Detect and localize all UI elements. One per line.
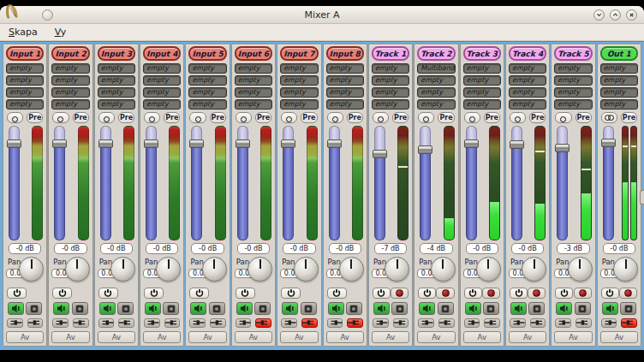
power-button[interactable]	[601, 288, 619, 299]
output-routing-button[interactable]	[575, 318, 592, 328]
mute-button[interactable]	[602, 302, 618, 315]
input-routing-button[interactable]	[144, 318, 160, 328]
channel-name-label[interactable]: Track 2	[417, 46, 455, 61]
pan-knob[interactable]	[156, 257, 181, 282]
resize-handle[interactable]	[640, 190, 644, 205]
automation-mode-button[interactable]: Av	[188, 331, 226, 343]
minimize-button[interactable]	[593, 9, 605, 21]
effect-slot[interactable]: empty	[98, 63, 135, 74]
effect-slot[interactable]: empty	[235, 87, 272, 98]
menu-vy[interactable]: Vy	[55, 27, 67, 38]
solo-button[interactable]	[26, 302, 42, 315]
pre-fader-toggle[interactable]: Pre	[392, 112, 408, 123]
effect-slot[interactable]: empty	[463, 87, 501, 98]
channel-name-label[interactable]: Input 6	[235, 46, 272, 61]
volume-fader[interactable]	[464, 126, 479, 240]
input-routing-button[interactable]	[601, 318, 617, 328]
pre-fader-toggle[interactable]: Pre	[347, 112, 363, 123]
pan-knob[interactable]	[247, 257, 272, 282]
effect-slot[interactable]: empty	[417, 75, 455, 86]
input-routing-button[interactable]	[7, 318, 23, 328]
pan-knob[interactable]	[19, 257, 44, 282]
pan-knob[interactable]	[385, 257, 409, 282]
effect-slot[interactable]: empty	[509, 75, 546, 86]
mono-stereo-toggle[interactable]	[236, 112, 252, 123]
effect-slot[interactable]: empty	[98, 99, 135, 110]
pan-knob[interactable]	[613, 257, 638, 282]
fader-handle[interactable]	[601, 139, 616, 147]
automation-mode-button[interactable]: Av	[143, 331, 181, 343]
effect-slot[interactable]: empty	[326, 63, 364, 74]
pan-knob[interactable]	[110, 257, 135, 282]
fader-handle[interactable]	[327, 139, 342, 148]
power-button[interactable]	[281, 288, 301, 299]
channel-name-label[interactable]: Track 1	[372, 46, 409, 61]
mono-stereo-toggle[interactable]	[418, 112, 434, 123]
mute-button[interactable]	[190, 302, 206, 315]
volume-fader[interactable]	[98, 126, 113, 240]
input-routing-button[interactable]	[52, 318, 69, 328]
input-routing-button[interactable]	[418, 318, 434, 328]
effect-slot[interactable]: empty	[6, 75, 44, 86]
pan-knob[interactable]	[202, 257, 227, 282]
volume-fader[interactable]	[601, 126, 616, 240]
mono-stereo-toggle[interactable]	[510, 112, 526, 123]
record-arm-button[interactable]	[436, 288, 454, 299]
effect-slot[interactable]: empty	[280, 75, 318, 86]
close-button[interactable]	[626, 9, 637, 21]
output-routing-button[interactable]	[118, 318, 134, 328]
gain-value[interactable]: -0 dB	[329, 243, 361, 254]
record-arm-button[interactable]	[574, 288, 592, 299]
gain-value[interactable]: -0 dB	[9, 243, 41, 254]
fader-handle[interactable]	[555, 144, 569, 152]
output-routing-button[interactable]	[347, 318, 363, 328]
effect-slot[interactable]: empty	[417, 99, 455, 110]
pre-fader-toggle[interactable]: Pre	[484, 112, 500, 123]
volume-fader[interactable]	[373, 126, 387, 240]
power-button[interactable]	[327, 288, 347, 299]
effect-slot[interactable]: empty	[6, 99, 44, 110]
automation-mode-button[interactable]: Av	[372, 331, 409, 343]
effect-slot[interactable]: empty	[372, 63, 409, 74]
effect-slot[interactable]: empty	[188, 63, 226, 74]
volume-fader[interactable]	[281, 126, 295, 240]
effect-slot[interactable]: empty	[417, 87, 455, 98]
fader-handle[interactable]	[373, 150, 387, 158]
fader-handle[interactable]	[418, 145, 432, 154]
effect-slot[interactable]: empty	[188, 75, 226, 86]
effect-slot[interactable]: empty	[372, 75, 409, 86]
pre-fader-toggle[interactable]: Pre	[73, 112, 89, 123]
title-bar[interactable]: Mixer A	[0, 6, 644, 24]
effect-slot[interactable]: empty	[6, 87, 44, 98]
output-routing-button[interactable]	[301, 318, 318, 328]
fader-handle[interactable]	[464, 139, 479, 148]
record-arm-button[interactable]	[391, 288, 408, 299]
mono-stereo-toggle[interactable]	[189, 112, 206, 123]
solo-button[interactable]	[575, 302, 591, 315]
channel-name-label[interactable]: Track 3	[463, 46, 501, 61]
gain-value[interactable]: -0 dB	[54, 243, 86, 254]
solo-button[interactable]	[391, 302, 408, 315]
mono-stereo-toggle[interactable]	[601, 112, 617, 123]
effect-slot[interactable]: empty	[509, 99, 546, 110]
automation-mode-button[interactable]: Av	[98, 331, 135, 343]
pan-knob[interactable]	[294, 257, 319, 282]
effect-slot[interactable]: empty	[509, 63, 546, 74]
mono-stereo-toggle[interactable]	[555, 112, 571, 123]
solo-button[interactable]	[483, 302, 499, 315]
automation-mode-button[interactable]: Av	[235, 331, 272, 343]
mute-button[interactable]	[419, 302, 435, 315]
automation-mode-button[interactable]: Av	[509, 331, 546, 343]
effect-slot[interactable]: empty	[51, 75, 89, 86]
volume-fader[interactable]	[189, 126, 204, 240]
power-button[interactable]	[236, 288, 255, 299]
fader-handle[interactable]	[52, 139, 67, 148]
volume-fader[interactable]	[510, 126, 524, 240]
volume-fader[interactable]	[327, 126, 342, 240]
effect-slot[interactable]: empty	[554, 87, 592, 98]
solo-button[interactable]	[163, 302, 179, 315]
automation-mode-button[interactable]: Av	[554, 331, 592, 343]
mute-button[interactable]	[282, 302, 298, 315]
channel-name-label[interactable]: Track 5	[554, 46, 592, 61]
pre-fader-toggle[interactable]: Pre	[164, 112, 180, 123]
